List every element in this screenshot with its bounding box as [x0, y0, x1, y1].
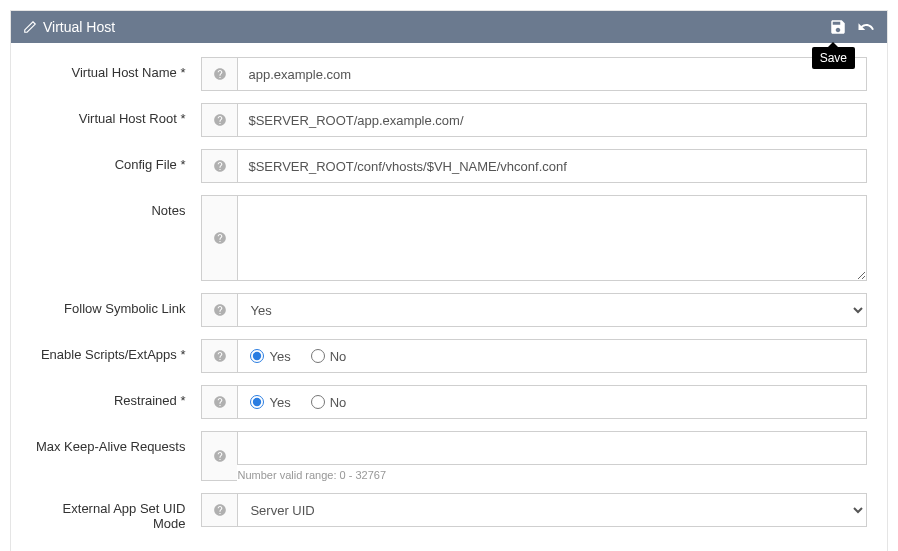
row-max-keepalive: Max Keep-Alive Requests Number valid ran… [31, 431, 867, 481]
row-follow-symlink: Follow Symbolic Link Yes [31, 293, 867, 327]
label-max-keepalive: Max Keep-Alive Requests [31, 431, 201, 454]
panel-title: Virtual Host [43, 19, 829, 35]
label-restrained: Restrained * [31, 385, 201, 408]
row-restrained: Restrained * Yes No [31, 385, 867, 419]
notes-input[interactable] [237, 195, 867, 281]
scripts-yes-text: Yes [269, 349, 290, 364]
panel-header: Virtual Host Save [11, 11, 887, 43]
help-icon[interactable] [201, 103, 237, 137]
help-icon[interactable] [201, 431, 237, 481]
vhost-root-input[interactable] [237, 103, 867, 137]
label-vhost-root: Virtual Host Root * [31, 103, 201, 126]
restrained-no-label[interactable]: No [311, 395, 347, 410]
help-icon[interactable] [201, 385, 237, 419]
label-config-file: Config File * [31, 149, 201, 172]
help-icon[interactable] [201, 293, 237, 327]
restrained-no-radio[interactable] [311, 395, 325, 409]
row-vhost-root: Virtual Host Root * [31, 103, 867, 137]
virtual-host-panel: Virtual Host Save Virtual Host Name * [10, 10, 888, 551]
restrained-no-text: No [330, 395, 347, 410]
enable-scripts-radios: Yes No [237, 339, 867, 373]
label-notes: Notes [31, 195, 201, 218]
scripts-yes-label[interactable]: Yes [250, 349, 290, 364]
form-body: Virtual Host Name * Virtual Host Root * [11, 43, 887, 551]
label-vhost-name: Virtual Host Name * [31, 57, 201, 80]
help-icon[interactable] [201, 195, 237, 281]
row-uid-mode: External App Set UID Mode Server UID [31, 493, 867, 531]
scripts-no-label[interactable]: No [311, 349, 347, 364]
row-vhost-name: Virtual Host Name * [31, 57, 867, 91]
config-file-input[interactable] [237, 149, 867, 183]
max-keepalive-input[interactable] [237, 431, 867, 465]
scripts-yes-radio[interactable] [250, 349, 264, 363]
row-enable-scripts: Enable Scripts/ExtApps * Yes No [31, 339, 867, 373]
save-button[interactable] [829, 18, 847, 36]
follow-symlink-select[interactable]: Yes [237, 293, 867, 327]
header-actions [829, 18, 875, 36]
scripts-no-radio[interactable] [311, 349, 325, 363]
label-follow-symlink: Follow Symbolic Link [31, 293, 201, 316]
scripts-no-text: No [330, 349, 347, 364]
label-enable-scripts: Enable Scripts/ExtApps * [31, 339, 201, 362]
uid-mode-select[interactable]: Server UID [237, 493, 867, 527]
max-keepalive-hint: Number valid range: 0 - 32767 [237, 469, 867, 481]
row-config-file: Config File * [31, 149, 867, 183]
help-icon[interactable] [201, 493, 237, 527]
restrained-yes-text: Yes [269, 395, 290, 410]
vhost-name-input[interactable] [237, 57, 867, 91]
row-notes: Notes [31, 195, 867, 281]
restrained-radios: Yes No [237, 385, 867, 419]
help-icon[interactable] [201, 339, 237, 373]
restrained-yes-label[interactable]: Yes [250, 395, 290, 410]
edit-icon [23, 20, 37, 34]
restrained-yes-radio[interactable] [250, 395, 264, 409]
label-uid-mode: External App Set UID Mode [31, 493, 201, 531]
help-icon[interactable] [201, 57, 237, 91]
help-icon[interactable] [201, 149, 237, 183]
save-tooltip: Save [812, 47, 855, 69]
back-button[interactable] [857, 18, 875, 36]
